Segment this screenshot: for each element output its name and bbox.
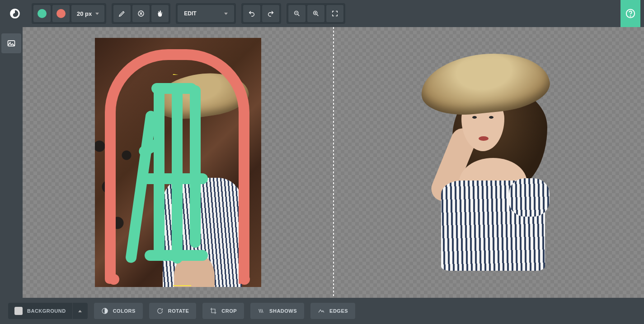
redo-button[interactable] (262, 5, 279, 22)
background-swatch-icon (14, 307, 23, 315)
rotate-label: ROTATE (168, 308, 189, 314)
canvas-area (23, 27, 644, 298)
edit-group: EDIT (176, 3, 236, 24)
zoom-out-button[interactable] (288, 5, 306, 22)
edit-label: EDIT (184, 10, 196, 17)
panel-divider[interactable] (333, 27, 334, 298)
chevron-up-icon (78, 310, 82, 312)
help-button[interactable] (620, 0, 640, 27)
left-sidebar (0, 27, 23, 298)
keep-marking (131, 83, 221, 277)
svg-point-4 (630, 16, 630, 16)
keep-color-button[interactable] (33, 5, 51, 22)
rotate-button[interactable]: ROTATE (149, 303, 197, 319)
shadows-button[interactable]: SHADOWS (250, 303, 304, 319)
crop-button[interactable]: CROP (202, 303, 244, 319)
brush-tool-button[interactable] (113, 5, 131, 22)
tool-mode-group (112, 3, 170, 24)
background-button[interactable]: BACKGROUND (8, 303, 72, 319)
zoom-group (287, 3, 345, 24)
chevron-down-icon (224, 13, 228, 15)
history-group (241, 3, 281, 24)
keep-circle-icon (38, 9, 47, 18)
colors-button[interactable]: COLORS (94, 303, 143, 319)
zoom-in-button[interactable] (307, 5, 324, 22)
background-options-button[interactable] (72, 303, 88, 319)
remove-circle-icon (56, 9, 66, 18)
main-area (0, 27, 644, 298)
undo-button[interactable] (243, 5, 260, 22)
edges-icon (318, 307, 325, 315)
shadows-icon (258, 307, 265, 315)
source-image (95, 38, 261, 287)
crop-label: CROP (221, 308, 237, 314)
pan-tool-button[interactable] (151, 5, 169, 22)
chevron-down-icon (95, 13, 99, 15)
brush-color-group: 20 px (32, 3, 106, 24)
top-toolbar: 20 px EDIT (0, 0, 644, 27)
edges-label: EDGES (329, 308, 348, 314)
source-panel[interactable] (23, 27, 334, 298)
crop-icon (210, 307, 217, 315)
remove-color-button[interactable] (52, 5, 70, 22)
edges-button[interactable]: EDGES (310, 303, 355, 319)
fit-screen-button[interactable] (326, 5, 343, 22)
colors-label: COLORS (113, 308, 136, 314)
erase-tool-button[interactable] (132, 5, 150, 22)
contrast-icon (101, 307, 108, 315)
background-label: BACKGROUND (27, 308, 66, 314)
bottom-toolbar: BACKGROUND COLORS ROTATE CROP SHADOWS ED… (0, 298, 644, 324)
shadows-label: SHADOWS (269, 308, 297, 314)
rotate-icon (156, 307, 164, 315)
result-panel[interactable] (334, 27, 644, 298)
background-button-group: BACKGROUND (8, 303, 88, 319)
result-image (421, 54, 556, 271)
images-tab[interactable] (1, 33, 21, 53)
brush-size-label: 20 px (77, 10, 92, 17)
brush-size-dropdown[interactable]: 20 px (71, 5, 104, 22)
app-logo[interactable] (4, 8, 26, 19)
edit-mode-dropdown[interactable]: EDIT (178, 5, 234, 22)
